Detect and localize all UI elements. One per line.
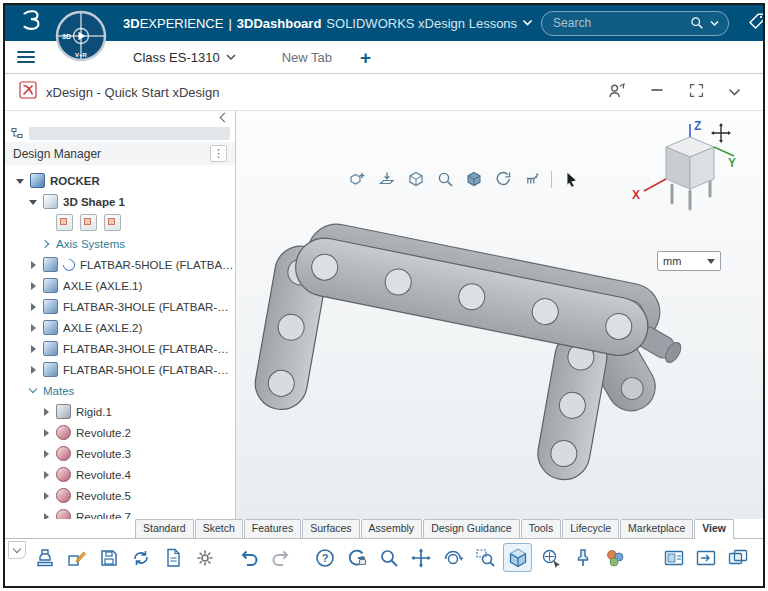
- collapse-chevron-icon[interactable]: [728, 83, 741, 101]
- dashboard-context[interactable]: SOLIDWORKS xDesign Lessons: [326, 16, 517, 31]
- view-cube[interactable]: Z Y X: [627, 119, 739, 235]
- hide-show-icon[interactable]: [406, 169, 426, 189]
- tree-item-revolute-7[interactable]: Revolute.7: [5, 506, 235, 519]
- shaded-view-icon[interactable]: [464, 169, 484, 189]
- expand-arrow-icon[interactable]: [28, 281, 38, 291]
- settings-gear-icon[interactable]: [191, 544, 218, 571]
- expand-arrow-icon[interactable]: [28, 197, 38, 207]
- tab-new-tab[interactable]: New Tab: [272, 41, 342, 73]
- select-cursor-icon[interactable]: [561, 169, 581, 189]
- tree-structure-icon[interactable]: [10, 126, 24, 140]
- isometric-view-icon[interactable]: [503, 543, 532, 572]
- tab-lifecycle[interactable]: Lifecycle: [562, 519, 619, 538]
- zoom-area-icon[interactable]: [435, 169, 455, 189]
- tree-item-flatbar-3hole-1[interactable]: FLATBAR-3HOLE (FLATBAR-3H...: [5, 296, 235, 317]
- expand-arrow-icon[interactable]: [28, 302, 38, 312]
- chevron-right-icon[interactable]: [41, 239, 51, 249]
- rotate-view-icon[interactable]: [493, 169, 513, 189]
- add-tab-button[interactable]: +: [360, 48, 371, 67]
- look-at-icon[interactable]: [537, 544, 564, 571]
- plane-xy-icon[interactable]: [56, 214, 73, 231]
- collapse-toolbar-icon[interactable]: [8, 541, 26, 559]
- search-box[interactable]: [541, 11, 729, 36]
- units-dropdown[interactable]: mm: [657, 251, 721, 271]
- slide-compare-icon[interactable]: [724, 544, 751, 571]
- expand-arrow-icon[interactable]: [28, 365, 38, 375]
- panel-collapse-icon[interactable]: [220, 113, 230, 123]
- zoom-window-icon[interactable]: [471, 544, 498, 571]
- tree-item-axle-2[interactable]: AXLE (AXLE.2): [5, 317, 235, 338]
- expand-arrow-icon[interactable]: [15, 176, 25, 186]
- panel-menu-icon[interactable]: ⋮: [210, 145, 227, 162]
- expand-arrow-icon[interactable]: [41, 491, 51, 501]
- render-styles-icon[interactable]: [601, 544, 628, 571]
- tab-design-guidance[interactable]: Design Guidance: [423, 519, 520, 538]
- tree-item-rocker[interactable]: ROCKER: [5, 170, 235, 191]
- tree-item-planes[interactable]: [5, 212, 235, 233]
- edit-component-icon[interactable]: [63, 544, 90, 571]
- tree-item-revolute-3[interactable]: Revolute.3: [5, 443, 235, 464]
- search-input[interactable]: [551, 15, 684, 31]
- expand-arrow-icon[interactable]: [28, 323, 38, 333]
- chevron-down-icon[interactable]: [522, 19, 533, 27]
- expand-arrow-icon[interactable]: [28, 344, 38, 354]
- view-lock-icon[interactable]: [343, 544, 370, 571]
- tab-sketch[interactable]: Sketch: [195, 519, 243, 538]
- update-sync-icon[interactable]: [127, 544, 154, 571]
- undo-icon[interactable]: [235, 544, 262, 571]
- section-view-icon[interactable]: [377, 169, 397, 189]
- share-user-icon[interactable]: [607, 81, 626, 104]
- expand-arrow-icon[interactable]: [41, 512, 51, 520]
- expand-arrow-icon[interactable]: [41, 449, 51, 459]
- panel-filter-bar[interactable]: [29, 127, 230, 140]
- 3ds-logo-icon[interactable]: [17, 8, 45, 38]
- export-document-icon[interactable]: [159, 544, 186, 571]
- expand-arrow-icon[interactable]: [41, 470, 51, 480]
- plane-yz-icon[interactable]: [80, 214, 97, 231]
- tree-item-axle-1[interactable]: AXLE (AXLE.1): [5, 275, 235, 296]
- stamp-icon[interactable]: [31, 544, 58, 571]
- menu-hamburger-icon[interactable]: [17, 51, 35, 63]
- slide-annotate-icon[interactable]: [692, 544, 719, 571]
- tab-marketplace[interactable]: Marketplace: [620, 519, 693, 538]
- tab-features[interactable]: Features: [244, 519, 301, 538]
- tab-standard[interactable]: Standard: [135, 519, 194, 538]
- minimize-icon[interactable]: [649, 82, 665, 102]
- expand-arrow-icon[interactable]: [28, 260, 38, 270]
- chevron-down-icon[interactable]: [28, 386, 38, 396]
- tree-item-revolute-4[interactable]: Revolute.4: [5, 464, 235, 485]
- tree-item-3d-shape-1[interactable]: 3D Shape 1: [5, 191, 235, 212]
- tree-item-revolute-2[interactable]: Revolute.2: [5, 422, 235, 443]
- chevron-down-icon[interactable]: [226, 54, 236, 61]
- tab-assembly[interactable]: Assembly: [361, 519, 423, 538]
- expand-arrow-icon[interactable]: [41, 428, 51, 438]
- zoom-icon[interactable]: [375, 544, 402, 571]
- orbit-icon[interactable]: [439, 544, 466, 571]
- tab-tools[interactable]: Tools: [521, 519, 562, 538]
- tab-surfaces[interactable]: Surfaces: [302, 519, 359, 538]
- plane-zx-icon[interactable]: [104, 214, 121, 231]
- pan-icon[interactable]: [407, 544, 434, 571]
- tag-icon[interactable]: [747, 12, 765, 35]
- tree-item-rigid-1[interactable]: Rigid.1: [5, 401, 235, 422]
- fullscreen-icon[interactable]: [688, 82, 705, 103]
- tree-item-flatbar-3hole-2[interactable]: FLATBAR-3HOLE (FLATBAR-3H...: [5, 338, 235, 359]
- insert-component-icon[interactable]: [348, 169, 368, 189]
- redo-icon[interactable]: [267, 544, 294, 571]
- tab-class-es-1310[interactable]: Class ES-1310: [123, 41, 246, 73]
- 3dexperience-compass[interactable]: 3D V+R: [55, 10, 107, 62]
- search-options-chevron-icon[interactable]: [710, 20, 719, 27]
- search-icon[interactable]: [690, 16, 704, 30]
- 3d-viewport[interactable]: Z Y X mm: [236, 111, 763, 519]
- tab-view[interactable]: View: [694, 519, 734, 539]
- tree-item-flatbar-5hole-2[interactable]: FLATBAR-5HOLE (FLATBAR-5H...: [5, 359, 235, 380]
- help-icon[interactable]: ?: [311, 544, 338, 571]
- expand-arrow-icon[interactable]: [41, 407, 51, 417]
- tree-item-revolute-5[interactable]: Revolute.5: [5, 485, 235, 506]
- pin-view-icon[interactable]: [569, 544, 596, 571]
- tree-item-flatbar-5hole-1[interactable]: FLATBAR-5HOLE (FLATBAR...: [5, 254, 235, 275]
- slide-view-icon[interactable]: [660, 544, 687, 571]
- save-icon[interactable]: [95, 544, 122, 571]
- walk-mode-icon[interactable]: [522, 169, 542, 189]
- tree-item-axis-systems[interactable]: Axis Systems: [5, 233, 235, 254]
